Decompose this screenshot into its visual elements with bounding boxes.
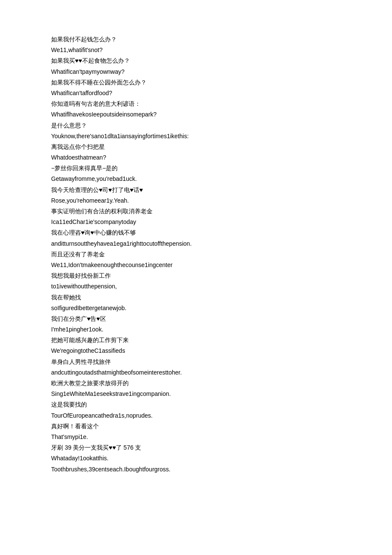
line-chinese-5: 离我远点你个扫把星 [51, 142, 349, 152]
line-chinese-6: −萝丝你回来得真早−是的 [51, 163, 349, 174]
line-english-1: WhatifIcan'tpaymyownway? [51, 67, 349, 77]
line-chinese-11: 我想我最好找份新工作 [51, 270, 349, 281]
line-english-20: Toothbrushes,39centseach.Iboughtfourgros… [51, 464, 349, 475]
line-english-7: Rose,you'rehomeear1y.Yeah. [51, 195, 349, 206]
main-content: 如果我付不起钱怎么办？We11,whatifit'snot?如果我买♥♥不起食物… [51, 34, 349, 475]
line-chinese-8: 事实证明他们有合法的权利取消养老金 [51, 206, 349, 217]
line-english-14: We'regoingtotheC1assifieds [51, 346, 349, 356]
line-english-4: Youknow,there'sano1dlta1iansayingfortime… [51, 131, 349, 142]
line-english-17: TourOfEuropeancathedra1s,noprudes. [51, 410, 349, 421]
line-english-6: Getawayfromme,you'rebad1uck. [51, 174, 349, 184]
line-english-9: anditturnsouttheyhavea1ega1righttocutoff… [51, 238, 349, 249]
line-chinese-2: 如果我不得不睡在公园外面怎么办？ [51, 77, 349, 88]
line-english-13: I'mhe1pingher1ook. [51, 324, 349, 335]
line-english-2: WhatifIcan'taffordfood? [51, 88, 349, 99]
line-chinese-13: 我们在分类广♥告♥区 [51, 314, 349, 324]
line-english-15: andcuttingoutadsthatmightbeofsomeinteres… [51, 367, 349, 378]
line-chinese-1: 如果我买♥♥不起食物怎么办？ [51, 55, 349, 66]
line-chinese-18: 真好啊！看看这个 [51, 421, 349, 432]
line-english-18: That'smypi1e. [51, 432, 349, 442]
line-chinese-0: 如果我付不起钱怎么办？ [51, 34, 349, 45]
line-english-10: We11,Idon'tmakeenoughthecounse1ingcenter [51, 260, 349, 270]
line-english-8: Ica11edChar1ie'scompanytoday [51, 217, 349, 227]
line-chinese-7: 我今天给查理的公♥司♥打了电♥话♥ [51, 185, 349, 195]
line-chinese-17: 这是我要找的 [51, 399, 349, 410]
line-english-16: Sing1eWhiteMa1eseekstrave1ingcompanion. [51, 389, 349, 399]
line-english-5: Whatdoesthatmean? [51, 152, 349, 163]
line-chinese-12: 我在帮她找 [51, 292, 349, 303]
line-chinese-9: 我在心理咨♥询♥中心赚的钱不够 [51, 227, 349, 238]
line-chinese-4: 是什么意思？ [51, 120, 349, 131]
line-english-11: to1ivewithoutthepension, [51, 281, 349, 292]
line-english-12: soIfiguredIbettergetanewjob. [51, 303, 349, 314]
line-chinese-19: 牙刷 39 美分一支我买♥♥了 576 支 [51, 442, 349, 453]
line-chinese-10: 而且还没有了养老金 [51, 249, 349, 260]
line-chinese-3: 你知道吗有句古老的意大利谚语： [51, 99, 349, 109]
line-english-19: Whataday!1ookatthis. [51, 453, 349, 464]
line-english-3: WhatiflhavekosIeepoutsideinsomepark? [51, 109, 349, 120]
line-chinese-15: 单身白人男性寻找旅伴 [51, 357, 349, 367]
line-chinese-14: 把她可能感兴趣的工作剪下来 [51, 335, 349, 346]
line-english-0: We11,whatifit'snot? [51, 45, 349, 55]
line-chinese-16: 欧洲大教堂之旅要求放得开的 [51, 378, 349, 389]
